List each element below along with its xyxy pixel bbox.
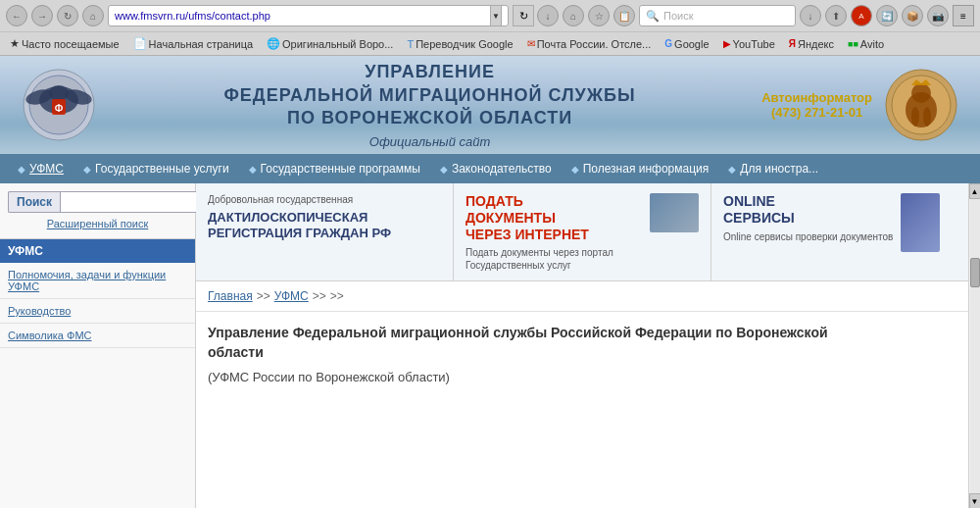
nav-item-foreign[interactable]: ◆ Для иностра... [718, 154, 828, 183]
address-dropdown[interactable]: ▼ [490, 5, 502, 26]
search-row: Поиск 🔍 [8, 191, 187, 213]
nav-arrow-icon-6: ◆ [728, 164, 736, 175]
refresh-button[interactable]: ↻ [57, 5, 78, 26]
home-nav-btn[interactable]: ⌂ [563, 5, 584, 26]
nav-item-ufms[interactable]: ◆ УФМС [8, 154, 74, 183]
address-bar[interactable]: www.fmsvrn.ru/ufms/contact.php ▼ [108, 5, 509, 26]
sidebar-item-powers[interactable]: Полномочия, задачи и функции УФМС [0, 263, 195, 299]
promo-online-title[interactable]: ONLINEСЕРВИСЫ [723, 193, 893, 227]
left-emblem: Ф [20, 66, 98, 144]
page-subtitle: (УФМС России по Воронежской области) [208, 370, 956, 384]
breadcrumb-sep-2: >> [313, 289, 326, 303]
bookmark-pochta[interactable]: ✉ Почта России. Отсле... [523, 37, 656, 51]
svg-point-11 [911, 83, 931, 103]
svg-point-13 [923, 107, 931, 127]
avito-icon: ■■ [848, 39, 858, 49]
advanced-search-link[interactable]: Расширенный поиск [47, 218, 149, 229]
scroll-thumb[interactable] [970, 258, 980, 287]
profile-btn[interactable]: A [851, 5, 872, 26]
bookmark-visited[interactable]: ★ Часто посещаемые [6, 36, 123, 51]
search-placeholder: Поиск [663, 10, 693, 22]
breadcrumb-section: Главная >> УФМС >> >> [196, 281, 968, 312]
main-content: Добровольная государственная ДАКТИЛОСКОП… [196, 183, 968, 508]
header-title: УПРАВЛЕНИЕ ФЕДЕРАЛЬНОЙ МИГРАЦИОННОЙ СЛУЖ… [98, 61, 761, 129]
nav-arrow-icon: ◆ [18, 164, 25, 175]
bookmarks-bar: ★ Часто посещаемые 📄 Начальная страница … [0, 31, 980, 55]
history-btn[interactable]: 📋 [613, 5, 635, 26]
promo-card-middle: ПОДАТЬДОКУМЕНТЫЧЕРЕЗ ИНТЕРНЕТ Подать док… [466, 193, 699, 272]
bookmark-yandex[interactable]: Я Яндекс [785, 37, 838, 51]
promo-section: Добровольная государственная ДАКТИЛОСКОП… [196, 183, 968, 281]
download-queue-btn[interactable]: ↓ [800, 5, 821, 26]
site-header: Ф УПРАВЛЕНИЕ ФЕДЕРАЛЬНОЙ МИГРАЦИОННОЙ СЛ… [0, 56, 980, 154]
breadcrumb-home-link[interactable]: Главная [208, 289, 253, 303]
bookmarks-btn[interactable]: ☆ [588, 5, 610, 26]
reload-btn[interactable]: ↻ [513, 5, 534, 26]
scroll-down-arrow[interactable]: ▼ [969, 493, 981, 508]
download-btn[interactable]: ↓ [537, 5, 559, 26]
sidebar-item-management[interactable]: Руководство [0, 299, 195, 324]
back-button[interactable]: ← [6, 5, 27, 26]
search-input[interactable] [60, 191, 204, 213]
mail-icon: ✉ [527, 38, 535, 49]
content-area: Ф УПРАВЛЕНИЕ ФЕДЕРАЛЬНОЙ МИГРАЦИОННОЙ СЛ… [0, 56, 980, 508]
search-icon: 🔍 [646, 10, 660, 23]
home-icon: 📄 [133, 37, 147, 50]
promo-card-dactylo: Добровольная государственная ДАКТИЛОСКОП… [196, 183, 454, 280]
forward-button[interactable]: → [31, 5, 53, 26]
nav-item-info[interactable]: ◆ Полезная информация [562, 154, 719, 183]
browser-toolbar: ← → ↻ ⌂ www.fmsvrn.ru/ufms/contact.php ▼… [0, 0, 980, 31]
nav-arrow-icon-2: ◆ [83, 164, 91, 175]
promo-docs-subtitle: Подать документы через портал Государств… [466, 246, 642, 272]
nav-item-programs[interactable]: ◆ Государственные программы [239, 154, 430, 183]
nav-arrow-icon-4: ◆ [440, 164, 448, 175]
extensions-btn[interactable]: 📦 [902, 5, 923, 26]
google-icon: G [664, 38, 672, 49]
sync-btn[interactable]: 🔄 [876, 5, 898, 26]
svg-text:Ф: Ф [55, 103, 64, 114]
scroll-track[interactable] [970, 199, 980, 493]
autoinformer-phone: (473) 271-21-01 [761, 105, 872, 120]
promo-docs-title[interactable]: ПОДАТЬДОКУМЕНТЫЧЕРЕЗ ИНТЕРНЕТ [466, 193, 642, 242]
main-wrapper: Ф УПРАВЛЕНИЕ ФЕДЕРАЛЬНОЙ МИГРАЦИОННОЙ СЛ… [0, 56, 980, 508]
header-center: УПРАВЛЕНИЕ ФЕДЕРАЛЬНОЙ МИГРАЦИОННОЙ СЛУЖ… [98, 61, 761, 148]
search-label: Поиск [8, 191, 60, 213]
nav-bar: ◆ УФМС ◆ Государственные услуги ◆ Госуда… [0, 154, 980, 183]
bookmark-google[interactable]: G Google [661, 37, 712, 51]
globe-icon: 🌐 [267, 37, 280, 50]
page-content: Управление Федеральной миграционной служ… [196, 312, 968, 396]
bookmark-home[interactable]: 📄 Начальная страница [129, 36, 257, 51]
nav-item-legislation[interactable]: ◆ Законодательство [430, 154, 562, 183]
right-emblem [882, 66, 960, 144]
header-subtitle: Официальный сайт [98, 134, 761, 149]
share-btn[interactable]: ⬆ [825, 5, 847, 26]
bookmark-youtube[interactable]: ▶ YouTube [719, 37, 779, 51]
search-section: Поиск 🔍 Расширенный поиск [0, 183, 195, 239]
breadcrumb-ufms-link[interactable]: УФМС [274, 289, 309, 303]
nav-item-services[interactable]: ◆ Государственные услуги [74, 154, 239, 183]
breadcrumb-sep-3: >> [330, 289, 344, 303]
sidebar-item-symbols[interactable]: Символика ФМС [0, 324, 195, 348]
bookmark-translate[interactable]: T Переводчик Google [403, 37, 516, 51]
search-bar[interactable]: 🔍 Поиск [639, 5, 796, 26]
page-title: Управление Федеральной миграционной служ… [208, 324, 956, 362]
bookmark-avito[interactable]: ■■ Avito [844, 37, 888, 51]
yandex-icon: Я [789, 38, 796, 49]
home-button[interactable]: ⌂ [82, 5, 104, 26]
sidebar: Поиск 🔍 Расширенный поиск УФМС Полномочи… [0, 183, 196, 508]
vertical-scrollbar[interactable]: ▲ ▼ [968, 183, 980, 508]
sidebar-menu: Полномочия, задачи и функции УФМС Руково… [0, 263, 195, 348]
scroll-up-arrow[interactable]: ▲ [969, 183, 981, 199]
translate-icon: T [407, 38, 414, 50]
promo-online-middle: ONLINEСЕРВИСЫ Online сервисы проверки до… [723, 193, 956, 252]
screenshot-btn[interactable]: 📷 [927, 5, 949, 26]
menu-button[interactable]: ≡ [953, 5, 974, 26]
promo-dactylo-subtitle: Добровольная государственная [208, 193, 441, 206]
sidebar-section-title: УФМС [0, 239, 195, 263]
promo-dactylo-title[interactable]: ДАКТИЛОСКОПИЧЕСКАЯРЕГИСТРАЦИЯ ГРАЖДАН РФ [208, 210, 441, 240]
bookmark-original[interactable]: 🌐 Оригинальный Воро... [263, 36, 397, 51]
svg-point-12 [911, 107, 919, 127]
nav-arrow-icon-3: ◆ [249, 164, 257, 175]
header-right: Автоинформатор (473) 271-21-01 [761, 90, 872, 120]
advanced-search-section: Расширенный поиск [8, 217, 187, 230]
